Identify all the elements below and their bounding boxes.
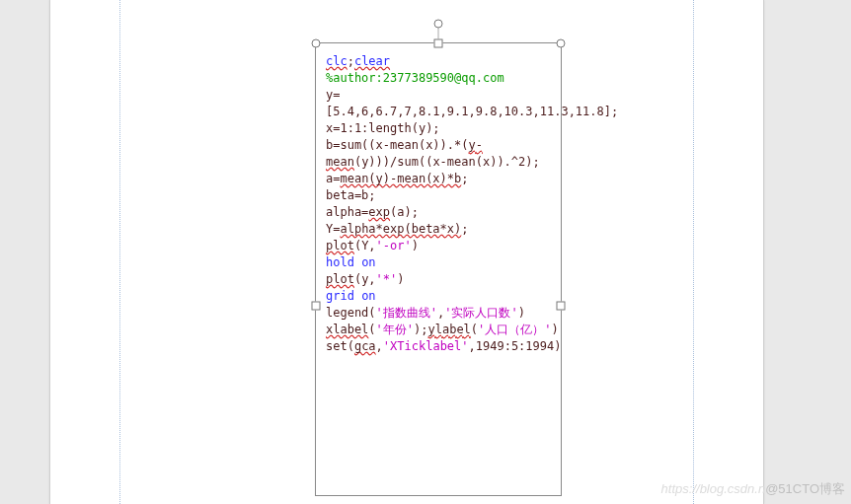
code-line: [5.4,6,6.7,7,8.1,9.1,9.8,10.3,11.3,11.8]… — [326, 104, 555, 120]
document-page: clc;clear %author:2377389590@qq.com y= [… — [49, 0, 764, 504]
code-line: y= — [326, 87, 555, 104]
code-line: set(gca,'XTicklabel',1949:5:1994) — [326, 338, 555, 355]
code-line: hold on — [326, 254, 555, 271]
rotate-handle[interactable] — [434, 20, 443, 29]
code-line: clc;clear — [326, 53, 555, 70]
right-margin-guide — [693, 0, 694, 504]
code-line: legend('指数曲线','实际人口数') — [326, 305, 555, 322]
code-line: Y=alpha*exp(beta*x); — [326, 221, 555, 238]
code-line: b=sum((x-mean(x)).*(y-mean(y)))/sum((x-m… — [326, 137, 555, 171]
code-textbox[interactable]: clc;clear %author:2377389590@qq.com y= [… — [315, 42, 562, 496]
code-line: plot(Y,'-or') — [326, 238, 555, 254]
code-line: beta=b; — [326, 187, 555, 204]
code-content: clc;clear %author:2377389590@qq.com y= [… — [316, 43, 561, 361]
resize-handle-n[interactable] — [434, 39, 443, 48]
code-line: x=1:1:length(y); — [326, 120, 555, 137]
watermark-faded: https://blog.csdn.n — [661, 481, 766, 496]
resize-handle-ne[interactable] — [557, 39, 566, 48]
code-line: grid on — [326, 288, 555, 305]
code-line: %author:2377389590@qq.com — [326, 70, 555, 87]
resize-handle-w[interactable] — [312, 301, 321, 310]
left-margin-guide — [119, 0, 120, 504]
code-line: alpha=exp(a); — [326, 204, 555, 221]
watermark-text: @51CTO博客 — [765, 481, 845, 496]
code-line: xlabel('年份');ylabel('人口（亿）') — [326, 322, 555, 338]
resize-handle-nw[interactable] — [312, 39, 321, 48]
code-line: plot(y,'*') — [326, 271, 555, 288]
resize-handle-e[interactable] — [557, 301, 566, 310]
watermark: https://blog.csdn.n@51CTO博客 — [661, 480, 845, 498]
code-line: a=mean(y)-mean(x)*b; — [326, 171, 555, 187]
